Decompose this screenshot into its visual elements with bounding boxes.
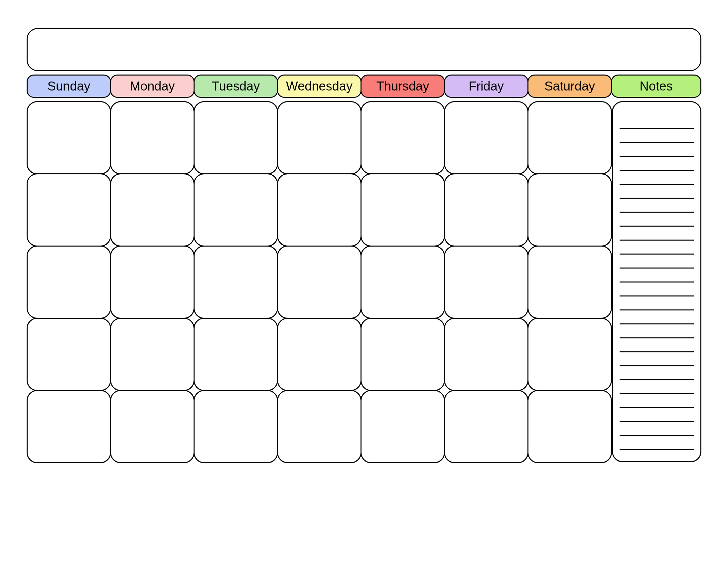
note-line[interactable] [620,394,694,408]
day-cell[interactable] [444,318,528,391]
header-sunday: Sunday [27,74,111,98]
note-line[interactable] [620,226,694,240]
note-line[interactable] [620,422,694,436]
note-line[interactable] [620,325,694,339]
header-monday: Monday [110,74,195,98]
day-cell[interactable] [110,390,195,463]
day-cell[interactable] [277,245,362,319]
note-line[interactable] [620,283,694,297]
day-cell[interactable] [527,173,612,246]
header-saturday: Saturday [527,74,612,98]
header-row: Sunday Monday Tuesday Wednesday Thursday… [27,74,701,98]
day-cell[interactable] [27,390,111,463]
note-line[interactable] [620,408,694,422]
note-line[interactable] [620,268,694,283]
week-row [27,173,612,246]
day-cell[interactable] [444,245,528,319]
day-cell[interactable] [277,318,362,391]
body-row [27,101,701,462]
header-notes: Notes [611,74,701,98]
week-row [27,245,612,319]
day-cell[interactable] [194,390,278,463]
week-row [27,390,612,463]
note-line[interactable] [620,254,694,268]
day-cell[interactable] [527,101,612,174]
day-cell[interactable] [277,101,362,174]
week-row [27,101,612,174]
note-line[interactable] [620,115,694,129]
day-cell[interactable] [361,101,445,174]
day-cell[interactable] [27,101,111,174]
header-thursday: Thursday [361,74,445,98]
day-cell[interactable] [27,173,111,246]
note-line[interactable] [620,157,694,171]
day-cell[interactable] [110,318,195,391]
notes-panel[interactable] [612,101,701,462]
day-cell[interactable] [194,101,278,174]
calendar-grid [27,101,612,462]
day-cell[interactable] [27,245,111,319]
note-line[interactable] [620,171,694,185]
day-cell[interactable] [110,101,195,174]
calendar-page: Sunday Monday Tuesday Wednesday Thursday… [27,28,701,462]
note-line[interactable] [620,199,694,212]
header-wednesday: Wednesday [277,74,362,98]
day-cell[interactable] [361,390,445,463]
day-cell[interactable] [27,318,111,391]
note-line[interactable] [620,212,694,226]
note-line[interactable] [620,436,694,450]
day-cell[interactable] [527,245,612,319]
note-line[interactable] [620,366,694,380]
note-line[interactable] [620,339,694,352]
note-line[interactable] [620,185,694,199]
note-line[interactable] [620,380,694,394]
week-row [27,318,612,391]
header-tuesday: Tuesday [194,74,278,98]
day-cell[interactable] [444,101,528,174]
day-cell[interactable] [361,318,445,391]
day-cell[interactable] [110,173,195,246]
note-line[interactable] [620,311,694,325]
day-cell[interactable] [110,245,195,319]
note-line[interactable] [620,240,694,254]
day-cell[interactable] [527,390,612,463]
title-box[interactable] [27,28,701,71]
note-line[interactable] [620,143,694,157]
day-cell[interactable] [444,390,528,463]
day-cell[interactable] [194,245,278,319]
day-cell[interactable] [194,318,278,391]
day-cell[interactable] [527,318,612,391]
day-cell[interactable] [444,173,528,246]
day-cell[interactable] [194,173,278,246]
header-friday: Friday [444,74,528,98]
day-cell[interactable] [277,173,362,246]
day-cell[interactable] [277,390,362,463]
note-line[interactable] [620,352,694,366]
note-line[interactable] [620,297,694,311]
note-line[interactable] [620,129,694,143]
day-cell[interactable] [361,245,445,319]
day-cell[interactable] [361,173,445,246]
